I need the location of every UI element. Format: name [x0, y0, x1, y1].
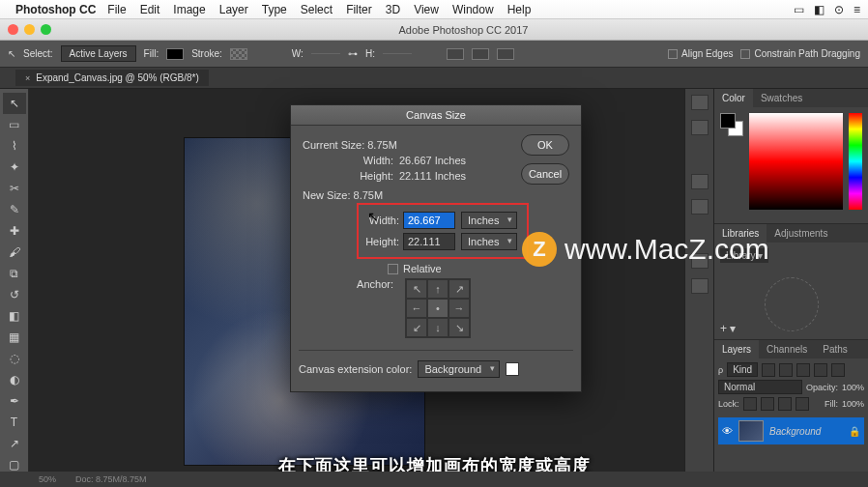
filter-smart-icon[interactable]: [831, 363, 845, 377]
fill-label: Fill:: [825, 399, 838, 409]
dock-actions-icon[interactable]: [691, 199, 709, 215]
pathop-icon-1[interactable]: [447, 48, 464, 60]
menu-view[interactable]: View: [414, 3, 439, 16]
ext-color-swatch[interactable]: [506, 362, 519, 376]
blend-mode-dropdown[interactable]: Normal: [718, 380, 802, 394]
fill-value[interactable]: 100%: [842, 399, 864, 409]
channels-tab[interactable]: Channels: [759, 340, 815, 358]
layer-thumbnail[interactable]: [738, 420, 764, 442]
path-select-icon[interactable]: ↗: [3, 433, 26, 454]
lock-pixel-icon[interactable]: [761, 397, 774, 411]
lock-pos-icon[interactable]: [778, 397, 792, 411]
align-edges-checkbox[interactable]: Align Edges: [668, 48, 733, 59]
paths-tab[interactable]: Paths: [815, 340, 855, 358]
pen-tool-icon[interactable]: ✒: [3, 390, 26, 412]
watermark-text: www.MacZ.com: [564, 233, 769, 266]
menu-filter[interactable]: Filter: [346, 3, 372, 16]
filter-type-icon[interactable]: [796, 363, 810, 377]
filter-adjust-icon[interactable]: [779, 363, 793, 377]
dialog-title: Canvas Size: [291, 105, 581, 126]
eyedropper-tool-icon[interactable]: ✎: [3, 199, 26, 220]
brush-tool-icon[interactable]: 🖌: [3, 242, 26, 263]
zoom-level[interactable]: 50%: [39, 474, 56, 484]
stroke-label: Stroke:: [191, 48, 222, 59]
menu-3d[interactable]: 3D: [386, 3, 400, 16]
lock-trans-icon[interactable]: [743, 397, 757, 411]
menu-image[interactable]: Image: [173, 3, 205, 16]
filter-pixel-icon[interactable]: [762, 363, 775, 377]
dock-paragraph-icon[interactable]: [691, 278, 709, 294]
dock-history-icon[interactable]: [691, 174, 709, 189]
constrain-checkbox[interactable]: Constrain Path Dragging: [740, 48, 860, 59]
menu-extra-icon[interactable]: ≡: [854, 3, 860, 16]
height-unit-select[interactable]: Inches: [461, 233, 517, 250]
blur-tool-icon[interactable]: ◌: [3, 348, 26, 369]
link-wh-icon[interactable]: ⊶: [348, 48, 358, 59]
cur-height-value: 22.111 Inches: [399, 170, 466, 182]
anchor-grid[interactable]: ↖↑↗ ←•→ ↙↓↘: [405, 278, 471, 338]
hue-slider[interactable]: [849, 113, 862, 210]
menu-layer[interactable]: Layer: [219, 3, 248, 16]
ok-button[interactable]: OK: [521, 134, 569, 156]
filter-shape-icon[interactable]: [814, 363, 827, 377]
fill-swatch[interactable]: [166, 48, 184, 60]
dock-histogram-icon[interactable]: [691, 95, 709, 110]
layers-tab[interactable]: Layers: [714, 340, 759, 358]
healing-tool-icon[interactable]: ✚: [3, 220, 26, 242]
gradient-tool-icon[interactable]: ▦: [3, 327, 26, 348]
crop-tool-icon[interactable]: ✂: [3, 178, 26, 199]
menu-file[interactable]: File: [107, 3, 126, 16]
width-unit-select[interactable]: Inches: [461, 212, 517, 229]
document-tab-bar: × Expand_Canvas.jpg @ 50% (RGB/8*): [0, 68, 868, 89]
marquee-tool-icon[interactable]: ▭: [3, 114, 26, 135]
layer-name: Background: [769, 426, 821, 437]
opacity-label: Opacity:: [806, 383, 838, 392]
sync-icon[interactable]: ◧: [814, 3, 825, 16]
library-dropzone[interactable]: [765, 277, 819, 331]
lasso-tool-icon[interactable]: ⌇: [3, 135, 26, 157]
filter-kind-dropdown[interactable]: Kind: [727, 362, 758, 377]
dodge-tool-icon[interactable]: ◐: [3, 369, 26, 390]
visibility-icon[interactable]: 👁: [722, 425, 733, 437]
menu-type[interactable]: Type: [262, 3, 287, 16]
select-dropdown[interactable]: Active Layers: [61, 45, 136, 62]
pathop-icon-2[interactable]: [472, 48, 489, 60]
stroke-swatch[interactable]: [230, 48, 247, 60]
lock-all-icon[interactable]: [796, 397, 809, 411]
move-tool-icon[interactable]: ↖: [3, 93, 26, 114]
screen-icon[interactable]: ▭: [794, 3, 804, 16]
stamp-tool-icon[interactable]: ⧉: [3, 263, 26, 284]
layer-background[interactable]: 👁 Background 🔒: [718, 417, 864, 444]
new-height-input[interactable]: [403, 233, 455, 250]
zoom-window-button[interactable]: [41, 24, 51, 35]
color-tab[interactable]: Color: [714, 89, 753, 107]
foreground-background-swatch[interactable]: [720, 113, 743, 136]
wifi-icon[interactable]: ⊙: [834, 3, 844, 16]
document-tab[interactable]: × Expand_Canvas.jpg @ 50% (RGB/8*): [15, 70, 209, 86]
dock-navigator-icon[interactable]: [691, 120, 709, 135]
wand-tool-icon[interactable]: ✦: [3, 157, 26, 178]
eraser-tool-icon[interactable]: ◧: [3, 305, 26, 327]
opacity-value[interactable]: 100%: [842, 383, 864, 392]
type-tool-icon[interactable]: T: [3, 412, 26, 433]
menu-edit[interactable]: Edit: [140, 3, 160, 16]
new-width-input[interactable]: [403, 212, 455, 229]
history-brush-icon[interactable]: ↺: [3, 284, 26, 305]
fill-label: Fill:: [144, 48, 159, 59]
menu-window[interactable]: Window: [452, 3, 494, 16]
menu-help[interactable]: Help: [507, 3, 532, 16]
swatches-tab[interactable]: Swatches: [753, 89, 810, 107]
relative-checkbox[interactable]: [388, 264, 398, 274]
menu-select[interactable]: Select: [301, 3, 333, 16]
cancel-button[interactable]: Cancel: [521, 163, 569, 185]
close-tab-icon[interactable]: ×: [25, 73, 30, 83]
minimize-window-button[interactable]: [24, 24, 35, 35]
cur-width-value: 26.667 Inches: [399, 155, 466, 166]
adjustments-tab[interactable]: Adjustments: [767, 224, 835, 243]
app-name[interactable]: Photoshop CC: [15, 3, 96, 16]
close-window-button[interactable]: [8, 24, 18, 35]
ext-color-select[interactable]: Background: [418, 360, 500, 378]
pathop-icon-3[interactable]: [497, 48, 514, 60]
library-add-icon[interactable]: + ▾: [720, 322, 736, 335]
color-spectrum[interactable]: [749, 113, 843, 210]
